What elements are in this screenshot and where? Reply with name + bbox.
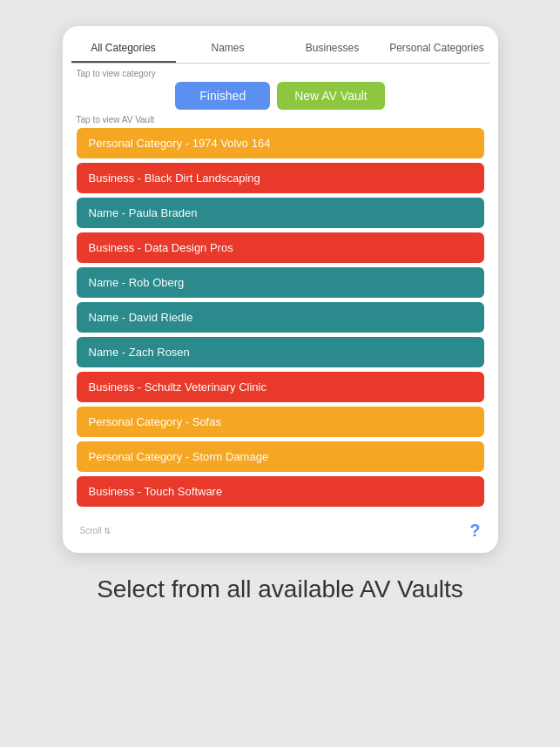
scroll-label: Scroll ⇅ [80,526,111,535]
vault-item[interactable]: Personal Category - Sofas [77,407,484,437]
section1-label: Tap to view category [77,69,484,78]
vault-item[interactable]: Name - Paula Braden [77,198,484,228]
vault-item[interactable]: Name - David Riedle [77,302,484,333]
vault-item[interactable]: Name - Rob Oberg [77,267,484,298]
new-vault-button[interactable]: New AV Vault [277,82,385,110]
bottom-bar: Scroll ⇅ ? [71,514,489,544]
tab-all-categories[interactable]: All Categories [71,35,176,63]
vault-item[interactable]: Business - Touch Software [77,476,484,507]
buttons-row: Finished New AV Vault [71,82,489,110]
vault-item[interactable]: Business - Black Dirt Landscaping [77,163,484,193]
vault-item[interactable]: Business - Data Design Pros [77,232,484,263]
help-icon[interactable]: ? [469,521,480,541]
vault-item[interactable]: Personal Category - 1974 Volvo 164 [77,128,484,158]
bottom-text: Select from all available AV Vaults [71,574,489,605]
vault-item[interactable]: Name - Zach Rosen [77,337,484,367]
tab-bar: All Categories Names Businesses Personal… [71,35,489,64]
vault-item[interactable]: Personal Category - Storm Damage [77,441,484,472]
tab-names[interactable]: Names [176,35,280,63]
vault-item[interactable]: Business - Schultz Veterinary Clinic [77,372,484,402]
tab-businesses[interactable]: Businesses [280,35,385,63]
vault-list: Personal Category - 1974 Volvo 164Busine… [71,128,489,507]
device-frame: All Categories Names Businesses Personal… [63,26,498,553]
tab-personal-categories[interactable]: Personal Categories [385,35,489,63]
finished-button[interactable]: Finished [175,82,270,110]
section2-label: Tap to view AV Vault [77,115,484,124]
